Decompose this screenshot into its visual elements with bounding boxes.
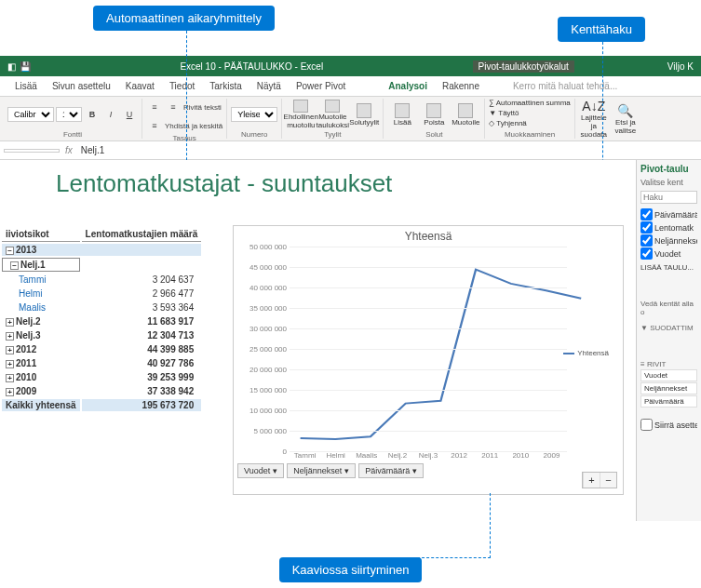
tab-view[interactable]: Näytä — [249, 81, 289, 91]
cell-styles-button[interactable]: Solutyylit — [349, 100, 379, 129]
col-passengers: Lentomatkustajien määrä — [82, 227, 202, 242]
row-field-vuodet[interactable]: Vuodet — [640, 369, 697, 381]
chart-filter-bar: Vuodet ▾ Neljännekset ▾ Päivämäärä ▾ — [234, 460, 623, 482]
more-tables-link[interactable]: LISÄÄ TAULU... — [640, 263, 697, 272]
italic-button[interactable]: I — [102, 106, 119, 123]
pivot-table[interactable]: iiviotsikotLentomatkustajien määrä −2013… — [0, 225, 203, 413]
collapse-icon[interactable]: − — [10, 261, 19, 270]
callout-field-search: Kenttähaku — [558, 17, 645, 42]
worksheet[interactable]: Lentomatkustajat - suuntaukset iiviotsik… — [0, 160, 701, 521]
pane-subtitle: Valitse kent — [640, 178, 697, 187]
group-number: Numero — [231, 130, 277, 139]
expand-icon[interactable]: + — [6, 332, 14, 341]
row-field-paiva[interactable]: Päivämäärä — [640, 395, 697, 408]
formula-input[interactable]: Nelj.1 — [78, 144, 697, 156]
nelj2[interactable]: +Nelj.2 — [2, 315, 80, 327]
callout-chart-nav: Kaaviossa siirtyminen — [279, 557, 423, 582]
underline-button[interactable]: U — [121, 106, 138, 123]
month-maalis[interactable]: Maalis — [2, 301, 80, 314]
year-2013[interactable]: −2013 — [2, 244, 201, 256]
nelj1[interactable]: −Nelj.1 — [2, 258, 80, 272]
expand-icon[interactable]: + — [6, 360, 14, 368]
pivot-chart[interactable]: Yhteensä 05 000 00010 000 00015 000 0002… — [233, 225, 624, 495]
field-neljannekset[interactable]: Neljännekset — [640, 234, 697, 247]
fx-icon[interactable]: fx — [65, 145, 73, 155]
expand-icon[interactable]: + — [6, 346, 14, 354]
tab-data[interactable]: Tiedot — [162, 81, 202, 91]
field-vuodet[interactable]: Vuodet — [640, 247, 697, 260]
col-rowlabels[interactable]: iiviotsikot — [2, 227, 80, 242]
tab-review[interactable]: Tarkista — [202, 81, 249, 91]
qa-icon[interactable]: ◧ — [7, 61, 16, 72]
chart-legend[interactable]: Yhteensä — [563, 349, 609, 357]
chart-drill-buttons: + − — [582, 472, 617, 488]
clear-button[interactable]: ◇ Tyhjennä — [489, 119, 527, 127]
autosum-button[interactable]: ∑ Automaattinen summa — [489, 99, 571, 107]
number-format[interactable]: Yleiset — [231, 107, 277, 122]
nelj3[interactable]: +Nelj.3 — [2, 329, 80, 341]
filter-paiva[interactable]: Päivämäärä ▾ — [358, 463, 424, 478]
callout-time-grouping: Automaattinen aikaryhmittely — [93, 6, 275, 31]
titlebar: ◧ 💾 Excel 10 - PÄÄTAULUKKO - Excel Pivot… — [0, 56, 701, 76]
grand-total: Kaikki yhteensä — [2, 399, 80, 411]
sort-filter-button[interactable]: A↓ZLajittele ja suodata — [579, 104, 609, 134]
align-top-icon[interactable]: ≡ — [146, 99, 163, 115]
expand-icon[interactable]: + — [6, 318, 14, 327]
drill-up-button[interactable]: − — [600, 473, 616, 488]
format-cells-button[interactable]: Muotoile — [451, 100, 480, 129]
month-helmi[interactable]: Helmi — [2, 287, 80, 300]
year-2009[interactable]: +2009 — [2, 385, 80, 397]
tab-powerpivot[interactable]: Power Pivot — [289, 81, 353, 91]
name-box[interactable] — [4, 149, 60, 153]
tab-design[interactable]: Rakenne — [435, 81, 487, 91]
filter-nelj[interactable]: Neljännekset ▾ — [287, 463, 356, 478]
field-search-input[interactable] — [640, 191, 697, 204]
drill-down-button[interactable]: + — [583, 473, 600, 488]
window-title: Excel 10 - PÄÄTAULUKKO - Excel — [31, 61, 473, 72]
filter-vuodet[interactable]: Vuodet ▾ — [237, 463, 284, 478]
align-mid-icon[interactable]: ≡ — [165, 99, 182, 115]
val-total: 195 673 720 — [82, 399, 202, 411]
wrap-text-button[interactable]: Rivitä teksti — [183, 99, 222, 115]
bold-button[interactable]: B — [84, 106, 101, 123]
pane-title: Pivot-taulu — [640, 164, 697, 174]
chart-plot-area[interactable]: 05 000 00010 000 00015 000 00020 000 000… — [290, 247, 613, 451]
ribbon: Calibri 11 B I U Fontti ≡ ≡ Rivitä tekst… — [0, 97, 701, 141]
find-select-button[interactable]: 🔍Etsi ja valitse — [611, 104, 640, 134]
sheet-title: Lentomatkustajat - suuntaukset — [56, 169, 392, 198]
year-2011[interactable]: +2011 — [2, 357, 80, 369]
val-maalis: 3 593 364 — [82, 301, 202, 314]
field-paivamaara[interactable]: Päivämäärä — [640, 208, 697, 220]
align-left-icon[interactable]: ≡ — [146, 117, 163, 134]
rows-area-label: ≡ RIVIT — [640, 360, 697, 368]
tell-me[interactable]: Kerro mitä haluat tehdä... — [506, 81, 625, 91]
expand-icon[interactable]: + — [6, 388, 14, 396]
month-tammi[interactable]: Tammi — [2, 274, 80, 286]
collapse-icon[interactable]: − — [6, 247, 14, 255]
tab-layout[interactable]: Sivun asettelu — [45, 81, 118, 91]
ribbon-tabs: Lisää Sivun asettelu Kaavat Tiedot Tarki… — [0, 76, 701, 97]
tab-analyze[interactable]: Analysoi — [381, 81, 435, 91]
format-table-button[interactable]: Muotoile taulukoksi — [317, 100, 347, 129]
group-cells: Solut — [387, 130, 480, 139]
val-nelj2: 11 683 917 — [82, 315, 202, 327]
val-tammi: 3 204 637 — [82, 274, 202, 286]
conditional-formatting-button[interactable]: Ehdollinen muotoilu — [286, 100, 316, 129]
tab-insert[interactable]: Lisää — [7, 81, 45, 91]
fill-button[interactable]: ▼ Täyttö — [489, 109, 519, 117]
expand-icon[interactable]: + — [6, 374, 14, 382]
context-tool-label: Pivot-taulukkotyökalut — [473, 60, 574, 73]
merge-button[interactable]: Yhdistä ja keskitä — [165, 117, 222, 134]
year-2012[interactable]: +2012 — [2, 343, 80, 355]
group-align: Tasaus — [146, 134, 222, 141]
font-size[interactable]: 11 — [56, 107, 82, 122]
field-lentomatk[interactable]: Lentomatk — [640, 221, 697, 234]
year-2010[interactable]: +2010 — [2, 371, 80, 383]
delete-cells-button[interactable]: Poista — [419, 100, 449, 129]
insert-cells-button[interactable]: Lisää — [387, 100, 417, 129]
defer-layout[interactable]: Siirrä asettel — [640, 419, 697, 431]
tab-formulas[interactable]: Kaavat — [118, 81, 162, 91]
font-name[interactable]: Calibri — [7, 107, 54, 122]
row-field-nelj[interactable]: Neljännekset — [640, 382, 697, 394]
save-icon[interactable]: 💾 — [20, 61, 31, 72]
